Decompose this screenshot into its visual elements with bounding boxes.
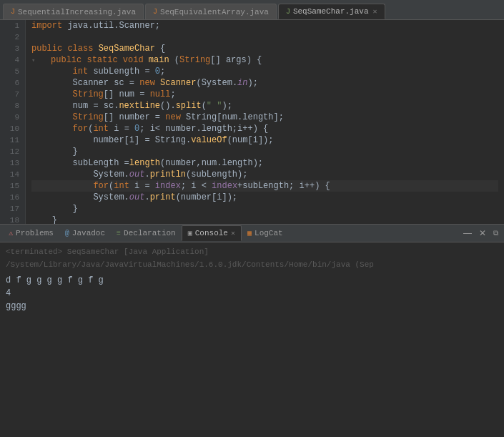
code-line-11: number[i] = String.valueOf(num[i]); xyxy=(31,134,498,146)
line-numbers: 12345 678910 1112131415 16171819 xyxy=(0,20,26,224)
panel-tab-logcat[interactable]: ▦ LogCat xyxy=(242,225,289,241)
code-line-17: } xyxy=(31,203,498,215)
java-icon-3: J xyxy=(286,8,290,16)
tab-label-2: SeqEquivalentArray.java xyxy=(160,8,269,16)
code-line-13: subLength =length(number,num.length); xyxy=(31,157,498,169)
javadoc-label: Javadoc xyxy=(72,229,105,237)
bottom-panel: ⚠ Problems @ Javadoc ≡ Declaration ▣ Con… xyxy=(0,224,504,437)
problems-icon: ⚠ xyxy=(9,229,13,237)
code-line-16: System.out.print(number[i]); xyxy=(31,192,498,203)
code-line-2 xyxy=(31,31,498,43)
panel-tab-problems[interactable]: ⚠ Problems xyxy=(3,225,59,241)
declaration-label: Declaration xyxy=(124,229,176,237)
code-line-9: String[] number = new String[num.length]… xyxy=(31,112,498,123)
java-icon-1: J xyxy=(11,8,15,16)
tab-seq-equivalent[interactable]: J SeqEquivalentArray.java xyxy=(145,4,277,19)
declaration-icon: ≡ xyxy=(117,230,121,237)
code-line-10: for(int i = 0; i< number.length;i++) { xyxy=(31,123,498,134)
console-line-1: d f g g g g f g f g xyxy=(6,274,498,287)
main-area: J SequentialIncreasing.java J SeqEquival… xyxy=(0,0,504,437)
code-lines: import java.util.Scanner; public class S… xyxy=(26,20,504,224)
code-line-5: int subLength = 0; xyxy=(31,66,498,77)
minimize-panel-button[interactable]: — xyxy=(460,227,475,239)
code-line-12: } xyxy=(31,146,498,157)
code-editor: 12345 678910 1112131415 16171819 import … xyxy=(0,20,504,224)
console-label: Console xyxy=(195,229,228,237)
tab-close-button[interactable]: ✕ xyxy=(373,7,377,16)
close-panel-button[interactable]: ✕ xyxy=(476,227,489,239)
code-line-6: Scanner sc = new Scanner(System.in); xyxy=(31,77,498,89)
code-line-1: import java.util.Scanner; xyxy=(31,20,498,31)
console-line-3: gggg xyxy=(6,300,498,313)
panel-tab-console[interactable]: ▣ Console ✕ xyxy=(182,225,242,241)
code-line-4: ▾ public static void main (String[] args… xyxy=(31,54,498,66)
panel-tab-bar: ⚠ Problems @ Javadoc ≡ Declaration ▣ Con… xyxy=(0,224,504,242)
problems-label: Problems xyxy=(16,229,54,237)
code-line-15: for(int i = index; i < index+subLength; … xyxy=(31,180,498,192)
tab-label-1: SequentialIncreasing.java xyxy=(18,8,136,16)
console-icon: ▣ xyxy=(188,229,192,237)
console-close[interactable]: ✕ xyxy=(231,229,235,237)
java-icon-2: J xyxy=(153,8,157,16)
tab-sequential-increasing[interactable]: J SequentialIncreasing.java xyxy=(3,4,144,19)
console-line-2: 4 xyxy=(6,287,498,300)
code-line-8: num = sc.nextLine().split(" "); xyxy=(31,100,498,112)
code-line-7: String[] num = null; xyxy=(31,89,498,100)
panel-actions: — ✕ ⧉ xyxy=(460,227,504,239)
code-line-18: } xyxy=(31,215,498,224)
console-output-area: <terminated> SeqSameChar [Java Applicati… xyxy=(0,242,504,437)
code-line-14: System.out.println(subLength); xyxy=(31,169,498,180)
panel-tab-declaration[interactable]: ≡ Declaration xyxy=(111,225,182,241)
logcat-label: LogCat xyxy=(255,229,283,237)
tab-label-3: SeqSameChar.java xyxy=(293,7,369,16)
console-terminated-line: <terminated> SeqSameChar [Java Applicati… xyxy=(6,245,498,271)
tab-seq-same-char[interactable]: J SeqSameChar.java ✕ xyxy=(278,4,385,19)
javadoc-icon: @ xyxy=(65,230,69,237)
panel-tab-javadoc[interactable]: @ Javadoc xyxy=(59,225,111,241)
editor-tab-bar: J SequentialIncreasing.java J SeqEquival… xyxy=(0,0,504,20)
logcat-icon: ▦ xyxy=(247,229,252,237)
code-line-3: public class SeqSameChar { xyxy=(31,43,498,54)
maximize-panel-button[interactable]: ⧉ xyxy=(490,228,501,238)
